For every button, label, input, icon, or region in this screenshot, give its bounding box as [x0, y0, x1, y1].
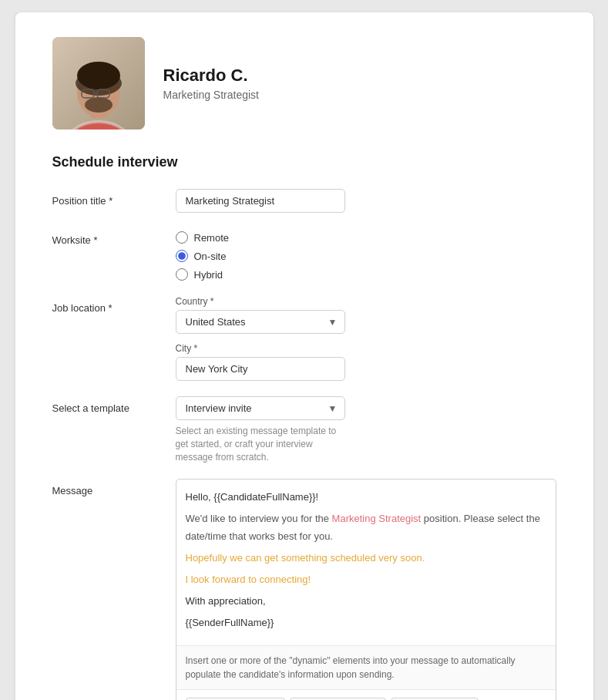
- svg-point-7: [76, 71, 122, 96]
- avatar: [52, 37, 145, 130]
- worksite-label: Worksite *: [52, 228, 176, 246]
- worksite-hybrid-label: Hybrid: [194, 269, 223, 281]
- worksite-control: Remote On-site Hybrid: [176, 228, 556, 281]
- position-title-control: [176, 189, 556, 213]
- worksite-radio-group: Remote On-site Hybrid: [176, 228, 556, 281]
- position-title-input[interactable]: [176, 189, 345, 213]
- profile-section: Ricardo C. Marketing Strategist: [52, 37, 556, 130]
- profile-info: Ricardo C. Marketing Strategist: [163, 66, 260, 101]
- city-input[interactable]: [176, 357, 345, 381]
- section-title: Schedule interview: [52, 154, 556, 170]
- worksite-onsite[interactable]: On-site: [176, 250, 556, 262]
- message-line4: I look forward to connecting!: [186, 571, 546, 588]
- message-line5: With appreciation,: [186, 593, 546, 610]
- worksite-hybrid[interactable]: Hybrid: [176, 268, 556, 281]
- country-select[interactable]: United States Canada United Kingdom: [176, 310, 345, 334]
- message-area: Hello, {{CandidateFullName}}! We'd like …: [176, 479, 556, 700]
- main-card: Ricardo C. Marketing Strategist Schedule…: [15, 12, 593, 700]
- worksite-remote[interactable]: Remote: [176, 231, 556, 244]
- tags-row: Candidate First Name Candidate Full Name…: [176, 690, 556, 700]
- worksite-onsite-radio[interactable]: [176, 250, 188, 262]
- template-select[interactable]: Interview invite: [176, 396, 345, 420]
- message-content[interactable]: Hello, {{CandidateFullName}}! We'd like …: [176, 480, 556, 646]
- message-line2: We'd like to interview you for the Marke…: [186, 510, 546, 544]
- worksite-onsite-label: On-site: [194, 251, 227, 262]
- country-select-wrapper: United States Canada United Kingdom ▼: [176, 310, 345, 334]
- candidate-title: Marketing Strategist: [163, 89, 260, 101]
- message-line6: {{SenderFullName}}: [186, 614, 546, 631]
- worksite-hybrid-radio[interactable]: [176, 268, 188, 281]
- location-group: Country * United States Canada United Ki…: [176, 296, 556, 381]
- template-control: Interview invite ▼ Select an existing me…: [176, 396, 556, 463]
- message-line3: Hopefully we can get something scheduled…: [186, 550, 546, 567]
- city-label: City *: [176, 343, 556, 354]
- message-row: Message Hello, {{CandidateFullName}}! We…: [52, 479, 556, 700]
- worksite-remote-label: Remote: [194, 232, 230, 244]
- message-line1: Hello, {{CandidateFullName}}!: [186, 489, 546, 506]
- worksite-remote-radio[interactable]: [176, 231, 188, 244]
- template-row: Select a template Interview invite ▼ Sel…: [52, 396, 556, 463]
- message-label: Message: [52, 479, 176, 496]
- message-highlight: Marketing Strategist: [332, 513, 422, 524]
- city-group: City *: [176, 343, 556, 381]
- position-title-row: Position title *: [52, 189, 556, 213]
- country-label: Country *: [176, 296, 556, 307]
- template-note: Select an existing message template to g…: [176, 425, 345, 463]
- candidate-name: Ricardo C.: [163, 66, 260, 86]
- template-select-wrapper: Interview invite ▼: [176, 396, 345, 420]
- job-location-control: Country * United States Canada United Ki…: [176, 296, 556, 381]
- position-title-label: Position title *: [52, 189, 176, 207]
- job-location-label: Job location *: [52, 296, 176, 314]
- message-control: Hello, {{CandidateFullName}}! We'd like …: [176, 479, 556, 700]
- worksite-row: Worksite * Remote On-site Hybrid: [52, 228, 556, 281]
- svg-point-8: [85, 97, 113, 113]
- template-label: Select a template: [52, 396, 176, 414]
- dynamic-info: Insert one or more of the "dynamic" elem…: [176, 646, 556, 690]
- job-location-row: Job location * Country * United States C…: [52, 296, 556, 381]
- country-group: Country * United States Canada United Ki…: [176, 296, 556, 334]
